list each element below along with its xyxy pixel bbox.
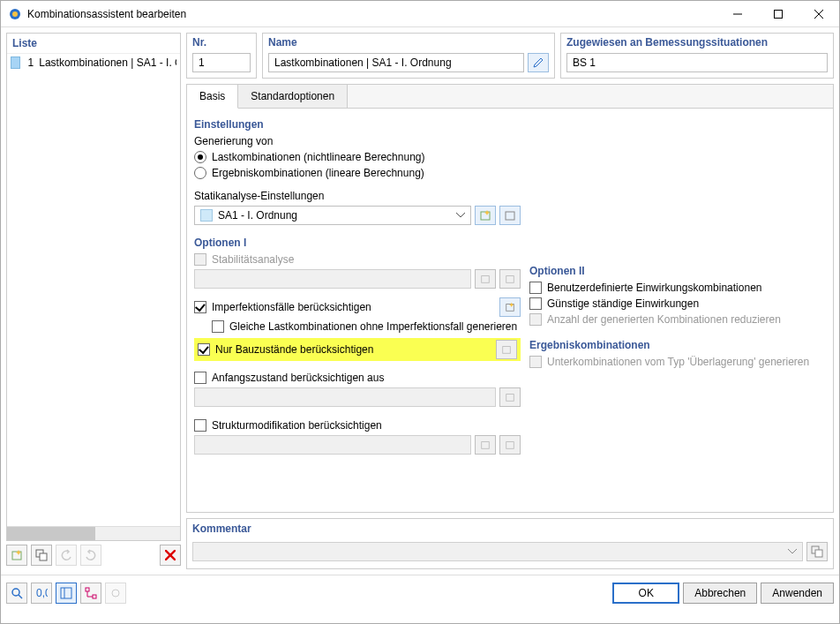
maximize-button[interactable] xyxy=(758,1,799,27)
svg-text:0,00: 0,00 xyxy=(36,587,48,599)
folder-icon xyxy=(505,440,515,450)
analysis-dropdown[interactable]: SA1 - I. Ordnung xyxy=(194,206,471,225)
situation-input[interactable]: BS 1 xyxy=(566,53,828,72)
chk-subkombi xyxy=(529,356,542,368)
list-item[interactable]: 1 Lastkombinationen | SA1 - I. Ordnung xyxy=(7,54,180,71)
folder-icon xyxy=(505,302,515,312)
list-item-number: 1 xyxy=(24,56,34,69)
section-opt1-title: Optionen I xyxy=(194,234,521,252)
chk-user-combinations[interactable] xyxy=(529,282,542,294)
bauzustaende-settings-button xyxy=(496,340,517,359)
redo-icon xyxy=(85,549,97,561)
close-window-button[interactable] xyxy=(799,1,839,27)
situation-label: Zugewiesen an Bemessungssituationen xyxy=(561,34,833,51)
svg-rect-16 xyxy=(503,347,511,354)
delete-icon xyxy=(165,550,176,560)
edit-name-button[interactable] xyxy=(528,53,549,72)
units-button[interactable]: 0,00 xyxy=(31,583,52,604)
svg-rect-3 xyxy=(775,10,783,18)
new-icon xyxy=(11,549,23,561)
structural-mod-edit-button xyxy=(499,435,521,455)
cancel-button[interactable]: Abbrechen xyxy=(683,583,757,604)
radio-result-combinations[interactable] xyxy=(194,167,206,179)
radio-load-combinations[interactable] xyxy=(194,151,206,163)
kommentar-input[interactable] xyxy=(192,542,803,561)
kommentar-label: Kommentar xyxy=(187,519,833,538)
list-item-label: Lastkombinationen | SA1 - I. Ordnung xyxy=(39,56,176,69)
analysis-value: SA1 - I. Ordnung xyxy=(218,209,297,222)
initial-state-edit-button xyxy=(499,387,521,407)
new-icon xyxy=(480,440,491,450)
folder-icon xyxy=(501,344,512,355)
redo-button[interactable] xyxy=(80,545,101,566)
undo-button[interactable] xyxy=(56,545,77,566)
copy-item-button[interactable] xyxy=(31,545,52,566)
chk-favorable-permanent[interactable] xyxy=(529,297,542,310)
ok-button[interactable]: OK xyxy=(612,583,679,604)
chk-favorable-permanent-label: Günstige ständige Einwirkungen xyxy=(547,297,699,310)
chk-imperfection-sub-label: Gleiche Lastkombinationen ohne Imperfekt… xyxy=(229,320,517,333)
svg-rect-19 xyxy=(506,442,514,449)
chk-reduce-count xyxy=(529,313,542,326)
app-icon xyxy=(8,7,22,21)
list-item-swatch xyxy=(11,56,20,69)
structural-mod-new-button xyxy=(475,435,496,455)
window-title: Kombinationsassistent bearbeiten xyxy=(27,8,717,20)
item-list: Liste 1 Lastkombinationen | SA1 - I. Ord… xyxy=(6,33,181,541)
layout-icon xyxy=(60,587,72,599)
svg-rect-8 xyxy=(40,553,47,560)
analysis-settings-label: Statikanalyse-Einstellungen xyxy=(194,190,324,202)
tree-icon xyxy=(85,587,97,599)
chk-bauzustaende[interactable] xyxy=(198,343,210,356)
imperfection-settings-button[interactable] xyxy=(499,297,521,317)
gear-icon xyxy=(109,587,122,599)
analysis-new-button[interactable] xyxy=(475,206,496,225)
radio-load-combinations-label: Lastkombinationen (nichtlineare Berechnu… xyxy=(212,151,424,163)
help-button[interactable] xyxy=(6,583,27,604)
apply-button[interactable]: Anwenden xyxy=(761,583,834,604)
folder-icon xyxy=(504,209,516,222)
delete-item-button[interactable] xyxy=(160,545,181,566)
chk-imperfection-sub[interactable] xyxy=(212,320,224,333)
section-opt2-title: Optionen II xyxy=(529,262,826,280)
name-label: Name xyxy=(263,34,554,51)
stability-edit-button xyxy=(499,269,521,289)
new-item-button[interactable] xyxy=(6,545,27,566)
horizontal-scrollbar[interactable] xyxy=(7,526,180,540)
chk-initial-state-label: Anfangszustand berücksichtigen aus xyxy=(212,372,384,384)
svg-line-23 xyxy=(19,595,22,598)
folder-icon xyxy=(505,274,515,284)
layout-button[interactable] xyxy=(56,583,77,604)
analysis-edit-button[interactable] xyxy=(499,206,521,225)
pencil-icon xyxy=(532,56,544,69)
svg-rect-27 xyxy=(86,588,89,591)
kommentar-library-button[interactable] xyxy=(806,542,828,561)
new-icon xyxy=(480,274,491,284)
list-header: Liste xyxy=(7,34,180,54)
script-button[interactable] xyxy=(105,583,126,604)
nr-input[interactable]: 1 xyxy=(192,53,251,72)
svg-rect-13 xyxy=(482,276,490,283)
name-input[interactable]: Lastkombinationen | SA1 - I. Ordnung xyxy=(268,53,524,72)
radio-result-combinations-label: Ergebniskombinationen (lineare Berechnun… xyxy=(212,167,424,179)
minimize-button[interactable] xyxy=(717,1,758,27)
chk-imperfection[interactable] xyxy=(194,301,206,313)
tab-basis[interactable]: Basis xyxy=(187,85,238,109)
svg-point-22 xyxy=(12,589,19,596)
chk-subkombi-label: Unterkombinationen vom Typ 'Überlagerung… xyxy=(547,356,809,368)
chk-stability-label: Stabilitätsanalyse xyxy=(212,253,294,266)
svg-rect-21 xyxy=(815,550,822,557)
chk-structural-mod[interactable] xyxy=(194,419,206,432)
chevron-down-icon xyxy=(456,213,465,218)
analysis-swatch xyxy=(200,209,213,222)
chk-stability xyxy=(194,253,206,266)
tree-button[interactable] xyxy=(80,583,101,604)
result-combinations-title: Ergebniskombinationen xyxy=(529,336,826,354)
tab-standardoptionen[interactable]: Standardoptionen xyxy=(238,85,348,108)
stability-dropdown xyxy=(194,269,471,289)
svg-point-31 xyxy=(112,590,119,597)
chk-reduce-count-label: Anzahl der generierten Kombinationen red… xyxy=(547,313,781,326)
section-settings-title: Einstellungen xyxy=(194,116,521,133)
chk-initial-state[interactable] xyxy=(194,372,206,384)
undo-icon xyxy=(60,549,72,561)
